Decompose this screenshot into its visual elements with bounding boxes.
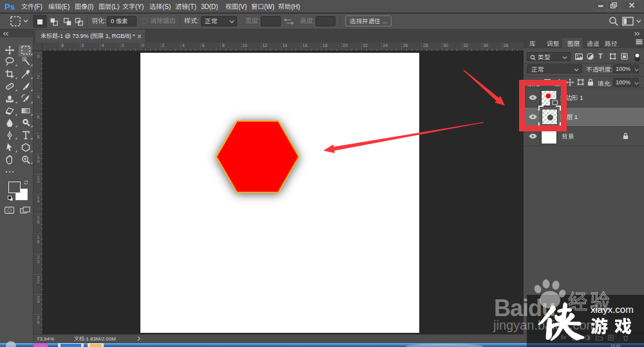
svg-text:13:43: 13:43	[611, 344, 621, 347]
